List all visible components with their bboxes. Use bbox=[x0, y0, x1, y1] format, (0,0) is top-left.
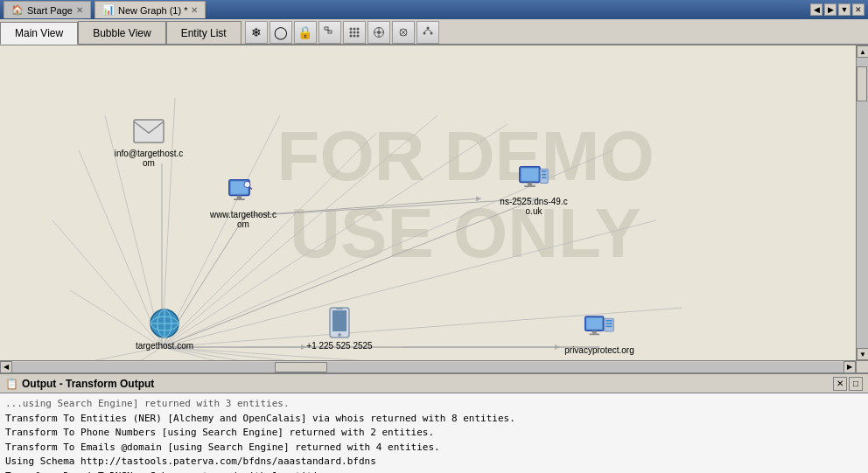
svg-point-10 bbox=[353, 35, 355, 38]
graph-area[interactable]: FOR DEMO USE ONLY bbox=[0, 45, 856, 360]
svg-point-59 bbox=[244, 181, 250, 187]
email-label: info@targethost.com bbox=[114, 149, 184, 168]
svg-line-45 bbox=[162, 347, 612, 360]
server-icon bbox=[518, 163, 550, 195]
tab-main-view[interactable]: Main View bbox=[0, 22, 78, 45]
tab-entity-list[interactable]: Entity List bbox=[166, 21, 242, 44]
svg-line-47 bbox=[162, 347, 438, 360]
output-line-2: Transform To Emails @domain [using Searc… bbox=[5, 441, 863, 456]
svg-point-7 bbox=[353, 31, 355, 34]
grid-button[interactable] bbox=[343, 21, 366, 44]
svg-rect-83 bbox=[606, 320, 612, 322]
v-scroll-track[interactable] bbox=[857, 58, 868, 348]
freeze-button[interactable]: ❄ bbox=[245, 21, 268, 44]
svg-rect-64 bbox=[524, 185, 536, 187]
graph-container[interactable]: FOR DEMO USE ONLY bbox=[0, 45, 868, 372]
minimize-btn[interactable]: ◀ bbox=[810, 3, 822, 16]
lock-button[interactable]: 🔒 bbox=[294, 21, 317, 44]
graph-edges bbox=[0, 45, 856, 360]
svg-rect-0 bbox=[325, 27, 328, 30]
new-graph-tab[interactable]: 📊 New Graph (1) * ✕ bbox=[94, 1, 206, 18]
output-line-0: Transform To Entities (NER) [Alchemy and… bbox=[5, 412, 863, 427]
toolbar: ❄ ◯ 🔒 bbox=[245, 21, 439, 44]
svg-point-11 bbox=[356, 35, 359, 38]
svg-point-9 bbox=[349, 35, 352, 38]
hierarchy-button[interactable] bbox=[416, 21, 439, 44]
node-phone[interactable]: +1 225 525 2525 bbox=[304, 308, 374, 351]
horizontal-scrollbar: ◀ ▶ bbox=[0, 360, 856, 372]
svg-rect-81 bbox=[590, 334, 599, 336]
svg-point-23 bbox=[430, 32, 432, 35]
org-button[interactable] bbox=[318, 21, 341, 44]
svg-rect-63 bbox=[528, 183, 532, 186]
minimize-output-button[interactable]: ✕ bbox=[833, 377, 847, 391]
svg-rect-62 bbox=[522, 168, 539, 180]
svg-point-76 bbox=[338, 333, 341, 337]
svg-line-40 bbox=[162, 115, 438, 347]
svg-rect-80 bbox=[592, 330, 597, 333]
svg-point-12 bbox=[377, 31, 381, 34]
node-privacy[interactable]: privacyprotect.org bbox=[564, 312, 634, 355]
svg-rect-77 bbox=[336, 308, 343, 310]
node-www[interactable]: www.targethost.com bbox=[208, 177, 278, 229]
output-content: ...using Search Engine] returned with 3 … bbox=[0, 393, 868, 473]
circle-button[interactable]: ◯ bbox=[270, 21, 292, 44]
close-btn[interactable]: ✕ bbox=[852, 3, 864, 16]
svg-line-25 bbox=[428, 30, 431, 32]
v-scroll-thumb[interactable] bbox=[857, 66, 867, 101]
phone-label: +1 225 525 2525 bbox=[306, 341, 372, 351]
vertical-scrollbar: ▲ ▼ bbox=[856, 45, 868, 360]
privacy-label: privacyprotect.org bbox=[564, 345, 634, 355]
output-line-1: Transform To Phone Numbers [using Search… bbox=[5, 426, 863, 441]
svg-rect-79 bbox=[586, 318, 602, 330]
start-page-close[interactable]: ✕ bbox=[76, 5, 83, 15]
tab-bubble-view[interactable]: Bubble View bbox=[78, 21, 166, 44]
detach-output-button[interactable]: □ bbox=[849, 377, 863, 391]
main-container: Main View Bubble View Entity List ❄ ◯ 🔒 bbox=[0, 19, 868, 473]
scroll-right-button[interactable]: ▶ bbox=[844, 361, 856, 373]
svg-point-4 bbox=[353, 28, 355, 31]
scroll-up-button[interactable]: ▲ bbox=[857, 45, 868, 58]
www-label: www.targethost.com bbox=[208, 210, 278, 229]
svg-point-6 bbox=[349, 31, 352, 34]
output-line-3: Using Schema http://tastools.paterva.com… bbox=[5, 455, 863, 470]
svg-point-3 bbox=[349, 28, 352, 31]
svg-rect-67 bbox=[542, 174, 546, 176]
output-line-prev: ...using Search Engine] returned with 3 … bbox=[5, 397, 863, 412]
output-icon: 📋 bbox=[5, 378, 18, 390]
output-panel: 📋 Output - Transform Output ✕ □ ...using… bbox=[0, 372, 868, 473]
h-scroll-track[interactable] bbox=[12, 362, 844, 372]
svg-point-22 bbox=[423, 32, 425, 35]
target-label: targethost.com bbox=[136, 341, 193, 351]
restore-btn[interactable]: ▼ bbox=[838, 3, 850, 16]
start-page-icon: 🏠 bbox=[11, 4, 24, 16]
svg-line-31 bbox=[245, 198, 538, 216]
start-page-tab[interactable]: 🏠 Start Page ✕ bbox=[4, 1, 91, 18]
bubble-button[interactable] bbox=[392, 21, 415, 44]
svg-line-24 bbox=[424, 30, 428, 32]
phone-icon bbox=[324, 308, 355, 339]
scroll-left-button[interactable]: ◀ bbox=[0, 361, 12, 373]
maximize-btn[interactable]: ▶ bbox=[824, 3, 836, 16]
svg-point-21 bbox=[426, 27, 429, 30]
svg-rect-75 bbox=[332, 310, 346, 331]
globe-icon bbox=[149, 308, 180, 339]
svg-rect-66 bbox=[542, 170, 546, 172]
svg-point-5 bbox=[356, 28, 359, 31]
view-tabs: Main View Bubble View Entity List ❄ ◯ 🔒 bbox=[0, 19, 868, 45]
email-icon bbox=[133, 115, 164, 147]
h-scroll-thumb[interactable] bbox=[275, 362, 327, 372]
svg-rect-58 bbox=[234, 198, 245, 200]
output-header: 📋 Output - Transform Output ✕ □ bbox=[0, 374, 868, 393]
new-graph-close[interactable]: ✕ bbox=[191, 5, 198, 15]
svg-line-53 bbox=[245, 198, 481, 216]
node-ns[interactable]: ns-2525.dns-49.co.uk bbox=[499, 163, 569, 216]
node-email[interactable]: info@targethost.com bbox=[114, 115, 184, 168]
computer-icon bbox=[228, 177, 259, 208]
svg-rect-1 bbox=[328, 31, 332, 33]
ns-label: ns-2525.dns-49.co.uk bbox=[499, 197, 569, 216]
node-target[interactable]: targethost.com bbox=[130, 308, 200, 351]
svg-rect-85 bbox=[606, 326, 612, 328]
scroll-down-button[interactable]: ▼ bbox=[857, 348, 868, 360]
radial-button[interactable] bbox=[368, 21, 390, 44]
